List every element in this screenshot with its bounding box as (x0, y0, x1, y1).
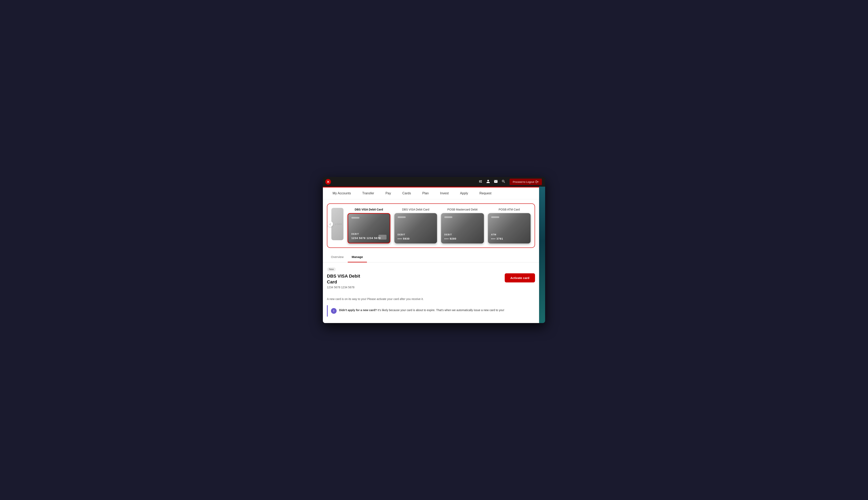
card-slot-3[interactable]: POSB ATM Card ATM •••• 3781 (488, 208, 531, 243)
nav-plan[interactable]: Plan (416, 188, 434, 199)
info-icon: ! (331, 308, 336, 314)
card-slot-0[interactable]: DBS VISA Debit Card DEBIT 1234 5678 1234… (347, 208, 390, 243)
card-type-3: ATM (491, 233, 496, 236)
nav-bar: My Accounts Transfer Pay Cards Plan Inve… (323, 188, 539, 200)
bank-card-1[interactable]: DEBIT •••• 5930 (395, 213, 437, 243)
nav-apply[interactable]: Apply (454, 188, 474, 199)
svg-point-1 (479, 181, 480, 182)
logout-label: Proceed to Logout (513, 180, 534, 183)
user-icon[interactable] (486, 179, 490, 184)
tab-manage[interactable]: Manage (348, 252, 367, 262)
info-banner: ! Didn't apply for a new card? It's like… (327, 305, 535, 317)
banner-title: Didn't apply for a new card? (339, 308, 377, 312)
search-icon[interactable] (502, 179, 505, 184)
card-name-display: DBS VISA Debit Card (327, 273, 360, 285)
card-info-left: DBS VISA Debit Card 1234 5678 1234 5678 (327, 273, 360, 293)
card-carousel-wrapper: y Debit DBS VISA Debit Card DEBIT 1234 5… (323, 200, 539, 252)
logout-button[interactable]: Proceed to Logout (510, 179, 542, 185)
nav-invest[interactable]: Invest (434, 188, 454, 199)
content-area: New DBS VISA Debit Card 1234 5678 1234 5… (323, 262, 539, 323)
bank-card-2[interactable]: DEBIT •••• 9280 (441, 213, 484, 243)
bank-card-0[interactable]: DEBIT 1234 5678 1234 5678 (347, 213, 390, 243)
close-button[interactable] (325, 179, 331, 185)
chip-line-3 (491, 216, 499, 218)
svg-point-0 (481, 180, 482, 181)
svg-point-2 (481, 182, 482, 182)
top-bar: Proceed to Logout (323, 177, 545, 187)
chip-line-2 (444, 216, 453, 218)
bank-card-3[interactable]: ATM •••• 3781 (488, 213, 531, 243)
card-title-3: POSB ATM Card (499, 208, 520, 211)
card-title-2: POSB Mastercard Debit (447, 208, 478, 211)
activate-card-button[interactable]: Activate card (505, 273, 535, 282)
tab-overview[interactable]: Overview (327, 252, 348, 262)
network-icon[interactable] (478, 179, 482, 184)
card-type-1: DEBIT (398, 233, 405, 236)
card-number-2: •••• 9280 (444, 237, 456, 240)
info-text: A new card is on its way to you! Please … (327, 297, 535, 301)
nav-request[interactable]: Request (474, 188, 497, 199)
card-number-1: •••• 5930 (398, 237, 410, 240)
card-title-0: DBS VISA Debit Card (355, 208, 383, 211)
card-header-row: DBS VISA Debit Card 1234 5678 1234 5678 … (327, 273, 535, 293)
card-number-3: •••• 3781 (491, 237, 503, 240)
card-title-1: DBS VISA Debit Card (402, 208, 429, 211)
card-slot-2[interactable]: POSB Mastercard Debit DEBIT •••• 9280 (441, 208, 484, 243)
card-name-line2: Card (327, 280, 337, 284)
mail-icon[interactable] (494, 179, 498, 184)
card-type-2: DEBIT (444, 233, 452, 236)
banner-text: Didn't apply for a new card? It's likely… (339, 308, 504, 312)
banner-body: It's likely because your card is about t… (377, 308, 504, 312)
card-slot-1[interactable]: DBS VISA Debit Card DEBIT •••• 5930 (395, 208, 437, 243)
card-name-line1: DBS VISA Debit (327, 274, 360, 279)
card-cvv-0 (378, 235, 387, 240)
nav-transfer[interactable]: Transfer (357, 188, 380, 199)
right-panel (539, 187, 545, 323)
status-badge: New (327, 267, 336, 271)
top-icons (478, 179, 505, 184)
prev-card-label: y Debit (335, 223, 342, 225)
nav-my-accounts[interactable]: My Accounts (327, 188, 357, 199)
card-carousel: y Debit DBS VISA Debit Card DEBIT 1234 5… (327, 203, 535, 248)
chip-line-1 (398, 216, 406, 218)
card-number-manage: 1234 5678 1234 5678 (327, 286, 360, 289)
nav-pay[interactable]: Pay (380, 188, 397, 199)
nav-cards[interactable]: Cards (397, 188, 416, 199)
chip-line-0 (351, 217, 359, 219)
tabs-row: Overview Manage (323, 252, 539, 262)
card-type-0: DEBIT (351, 233, 359, 235)
prev-card-stub[interactable]: y Debit (331, 208, 343, 240)
card-number-0: 1234 5678 1234 5678 (351, 237, 381, 240)
